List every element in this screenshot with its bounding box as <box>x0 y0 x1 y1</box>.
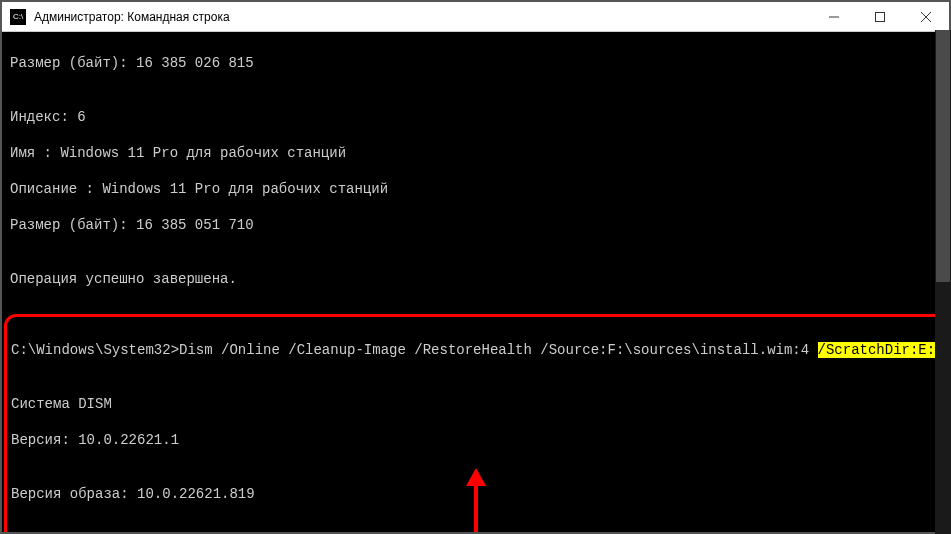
minimize-icon <box>829 12 839 22</box>
vertical-scrollbar[interactable] <box>935 30 951 534</box>
close-button[interactable] <box>903 2 949 31</box>
output-line: Операция успешно завершена. <box>10 270 941 288</box>
prompt: C:\Windows\System32> <box>11 342 179 358</box>
annotation-arrow <box>466 432 486 504</box>
output-line: Размер (байт): 16 385 026 815 <box>10 54 941 72</box>
scrollbar-thumb[interactable] <box>936 30 950 282</box>
titlebar: C:\ Администратор: Командная строка <box>2 2 949 32</box>
output-line: Cистема DISM <box>11 395 940 413</box>
command-text: Dism /Online /Cleanup-Image /RestoreHeal… <box>179 342 818 358</box>
arrow-up-icon <box>466 468 486 486</box>
window-title: Администратор: Командная строка <box>34 10 811 24</box>
output-line: Описание : Windows 11 Pro для рабочих ст… <box>10 180 941 198</box>
output-line: Размер (байт): 16 385 051 710 <box>10 216 941 234</box>
maximize-button[interactable] <box>857 2 903 31</box>
highlighted-argument: /ScratchDir:E:\ <box>818 342 944 358</box>
command-line: C:\Windows\System32>Dism /Online /Cleanu… <box>11 341 940 359</box>
minimize-button[interactable] <box>811 2 857 31</box>
cmd-icon: C:\ <box>10 9 26 25</box>
window-controls <box>811 2 949 31</box>
maximize-icon <box>875 12 885 22</box>
svg-rect-1 <box>876 12 885 21</box>
output-line: Индекс: 6 <box>10 108 941 126</box>
terminal-output[interactable]: Размер (байт): 16 385 026 815 Индекс: 6 … <box>2 32 949 532</box>
close-icon <box>921 12 931 22</box>
output-line: Имя : Windows 11 Pro для рабочих станций <box>10 144 941 162</box>
